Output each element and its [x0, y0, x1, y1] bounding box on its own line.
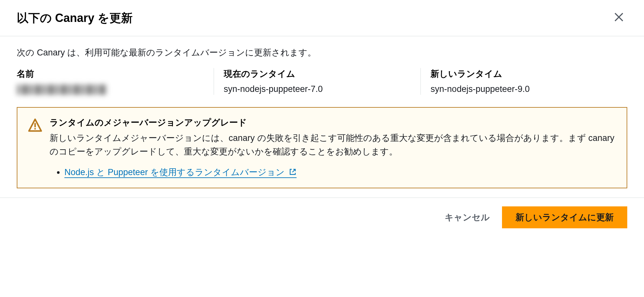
- close-icon: [613, 11, 625, 26]
- modal-footer: キャンセル 新しいランタイムに更新: [0, 197, 644, 237]
- runtime-columns: 名前 現在のランタイム syn-nodejs-puppeteer-7.0 新しい…: [17, 68, 627, 95]
- cancel-button[interactable]: キャンセル: [442, 208, 492, 227]
- runtime-docs-link[interactable]: Node.js と Puppeteer を使用するランタイムバージョン: [64, 167, 297, 178]
- column-name-value: [17, 84, 204, 95]
- intro-text: 次の Canary は、利用可能な最新のランタイムバージョンに更新されます。: [17, 47, 627, 58]
- alert-text: 新しいランタイムメジャーバージョンには、canary の失敗を引き起こす可能性の…: [50, 132, 616, 159]
- alert-content: ランタイムのメジャーバージョンアップグレード 新しいランタイムメジャーバージョン…: [50, 117, 616, 178]
- update-runtime-button[interactable]: 新しいランタイムに更新: [502, 206, 627, 228]
- modal-title: 以下の Canary を更新: [17, 10, 133, 26]
- column-name-header: 名前: [17, 68, 204, 80]
- column-name: 名前: [17, 68, 213, 95]
- warning-icon: [28, 118, 43, 133]
- svg-line-4: [292, 169, 295, 172]
- list-item: Node.js と Puppeteer を使用するランタイムバージョン: [64, 166, 616, 178]
- column-current-value: syn-nodejs-puppeteer-7.0: [224, 84, 411, 94]
- warning-alert: ランタイムのメジャーバージョンアップグレード 新しいランタイムメジャーバージョン…: [17, 107, 627, 188]
- alert-title: ランタイムのメジャーバージョンアップグレード: [50, 117, 616, 128]
- external-link-icon: [289, 168, 297, 178]
- column-current-runtime: 現在のランタイム syn-nodejs-puppeteer-7.0: [213, 68, 421, 95]
- svg-point-3: [34, 128, 36, 130]
- column-new-header: 新しいランタイム: [431, 68, 618, 80]
- alert-link-list: Node.js と Puppeteer を使用するランタイムバージョン: [50, 166, 616, 178]
- column-new-value: syn-nodejs-puppeteer-9.0: [431, 84, 618, 94]
- update-canary-modal: 以下の Canary を更新 次の Canary は、利用可能な最新のランタイム…: [0, 0, 644, 237]
- modal-header: 以下の Canary を更新: [0, 0, 644, 36]
- modal-body: 次の Canary は、利用可能な最新のランタイムバージョンに更新されます。 名…: [0, 36, 644, 197]
- column-current-header: 現在のランタイム: [224, 68, 411, 80]
- canary-name-redacted: [17, 84, 107, 95]
- close-button[interactable]: [611, 11, 627, 25]
- runtime-docs-link-text: Node.js と Puppeteer を使用するランタイムバージョン: [64, 167, 287, 177]
- column-new-runtime: 新しいランタイム syn-nodejs-puppeteer-9.0: [420, 68, 627, 95]
